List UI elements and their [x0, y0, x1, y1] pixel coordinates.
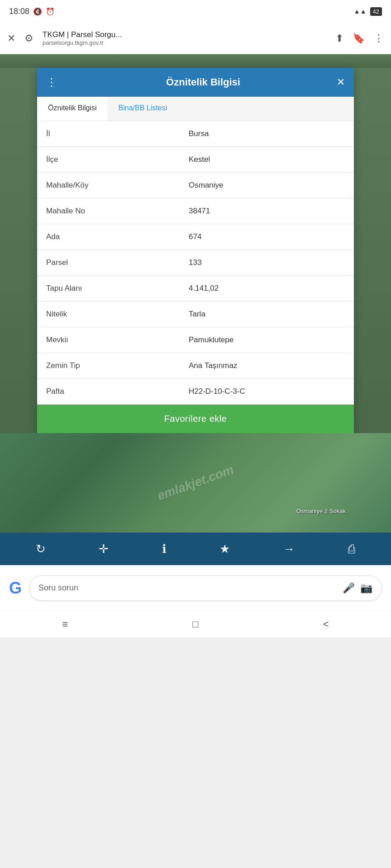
row-value: Osmaniye [180, 173, 354, 198]
print-icon[interactable]: ⎙ [348, 542, 355, 556]
row-label: Mahalle/Köy [37, 173, 180, 198]
table-row: İl Bursa [37, 121, 354, 147]
location-icon[interactable]: ✛ [99, 542, 109, 556]
table-row: Parsel 133 [37, 250, 354, 276]
row-label: Nitelik [37, 302, 180, 327]
status-right: ▲▲ 42 [354, 7, 382, 15]
browser-url: parselsorgu.tkgm.gov.tr [43, 39, 326, 46]
google-logo-icon: G [9, 579, 22, 598]
share-icon[interactable]: ⬆ [335, 33, 343, 44]
time: 18:08 [9, 7, 29, 16]
table-row: Mahalle No 38471 [37, 198, 354, 224]
battery-indicator: 42 [370, 7, 382, 15]
android-recents-button[interactable]: □ [192, 618, 198, 630]
alarm-icon: ⏰ [46, 7, 55, 16]
row-label: İl [37, 121, 180, 147]
row-value: Bursa [180, 121, 354, 147]
row-label: Mevkii [37, 327, 180, 353]
google-search-box[interactable]: Soru sorun 🎤 📷 [29, 576, 382, 601]
table-row: Mahalle/Köy Osmaniye [37, 173, 354, 198]
google-lens-icon[interactable]: 📷 [360, 582, 372, 594]
browser-close-button[interactable]: ✕ [7, 33, 15, 44]
row-value: Ana Taşınmaz [180, 353, 354, 379]
signal-icon: ▲▲ [354, 8, 367, 15]
bottom-toolbar: ↻ ✛ ℹ ★ → ⎙ [0, 533, 391, 565]
browser-page-title: TKGM | Parsel Sorgu... [43, 30, 326, 39]
browser-content: ⋮ Öznitelik Bilgisi ✕ Öznitelik Bilgisi … [0, 54, 391, 565]
row-label: Zemin Tip [37, 353, 180, 379]
browser-menu-button[interactable]: ⚙ [24, 33, 33, 44]
row-label: Parsel [37, 250, 180, 276]
silent-icon: 🔇 [33, 7, 42, 16]
watermark: emlakjet.com [155, 462, 236, 504]
dialog-close-button[interactable]: ✕ [337, 76, 345, 88]
row-label: Mahalle No [37, 198, 180, 224]
table-row: Tapu Alanı 4.141,02 [37, 276, 354, 302]
map-label-osmaniye: Osmaniye 2 Sokak [296, 508, 346, 514]
status-left: 18:08 🔇 ⏰ [9, 7, 55, 16]
more-options-icon[interactable]: ⋮ [374, 33, 384, 44]
row-label: İlçe [37, 147, 180, 173]
dialog-tabs: Öznitelik Bilgisi Bina/BB Listesi [37, 97, 354, 121]
browser-bar: ✕ ⚙ TKGM | Parsel Sorgu... parselsorgu.t… [0, 23, 391, 54]
arrow-icon[interactable]: → [283, 542, 295, 556]
browser-title-area: TKGM | Parsel Sorgu... parselsorgu.tkgm.… [43, 30, 326, 46]
table-row: Pafta H22-D-10-C-3-C [37, 379, 354, 405]
row-label: Pafta [37, 379, 180, 405]
info-table: İl Bursa İlçe Kestel Mahalle/Köy Osmaniy… [37, 121, 354, 405]
info-icon[interactable]: ℹ [162, 542, 167, 556]
row-value: H22-D-10-C-3-C [180, 379, 354, 405]
tab-bina-bb-listesi[interactable]: Bina/BB Listesi [108, 97, 178, 121]
android-nav-bar: ≡ □ < [0, 610, 391, 637]
table-row: Ada 674 [37, 224, 354, 250]
row-value: 133 [180, 250, 354, 276]
refresh-icon[interactable]: ↻ [36, 542, 46, 556]
property-dialog: ⋮ Öznitelik Bilgisi ✕ Öznitelik Bilgisi … [37, 68, 354, 433]
google-search-placeholder: Soru sorun [38, 583, 343, 593]
battery-percent: 42 [370, 7, 382, 16]
favorites-add-button[interactable]: Favorilere ekle [37, 405, 354, 433]
row-value: 4.141,02 [180, 276, 354, 302]
table-row: Zemin Tip Ana Taşınmaz [37, 353, 354, 379]
bookmark-icon[interactable]: 🔖 [353, 33, 365, 44]
favorites-icon[interactable]: ★ [219, 542, 230, 556]
row-value: Tarla [180, 302, 354, 327]
row-label: Tapu Alanı [37, 276, 180, 302]
status-bar: 18:08 🔇 ⏰ ▲▲ 42 [0, 0, 391, 23]
dialog-menu-icon[interactable]: ⋮ [46, 76, 57, 89]
map-area: emlakjet.com Osmaniye 2 Sokak [0, 433, 391, 533]
google-mic-icon[interactable]: 🎤 [343, 582, 355, 594]
row-value: Pamuklutepe [180, 327, 354, 353]
tab-oznitelik-bilgisi[interactable]: Öznitelik Bilgisi [37, 97, 108, 121]
dialog-header: ⋮ Öznitelik Bilgisi ✕ [37, 68, 354, 97]
table-row: Mevkii Pamuklutepe [37, 327, 354, 353]
table-row: İlçe Kestel [37, 147, 354, 173]
row-value: Kestel [180, 147, 354, 173]
android-back-button[interactable]: < [323, 618, 329, 630]
google-search-bar: G Soru sorun 🎤 📷 [0, 565, 391, 610]
android-home-button[interactable]: ≡ [62, 618, 68, 630]
table-row: Nitelik Tarla [37, 302, 354, 327]
row-value: 674 [180, 224, 354, 250]
row-value: 38471 [180, 198, 354, 224]
dialog-wrapper: ⋮ Öznitelik Bilgisi ✕ Öznitelik Bilgisi … [0, 68, 391, 433]
dialog-title: Öznitelik Bilgisi [62, 76, 345, 88]
map-top-strip [0, 54, 391, 68]
row-label: Ada [37, 224, 180, 250]
